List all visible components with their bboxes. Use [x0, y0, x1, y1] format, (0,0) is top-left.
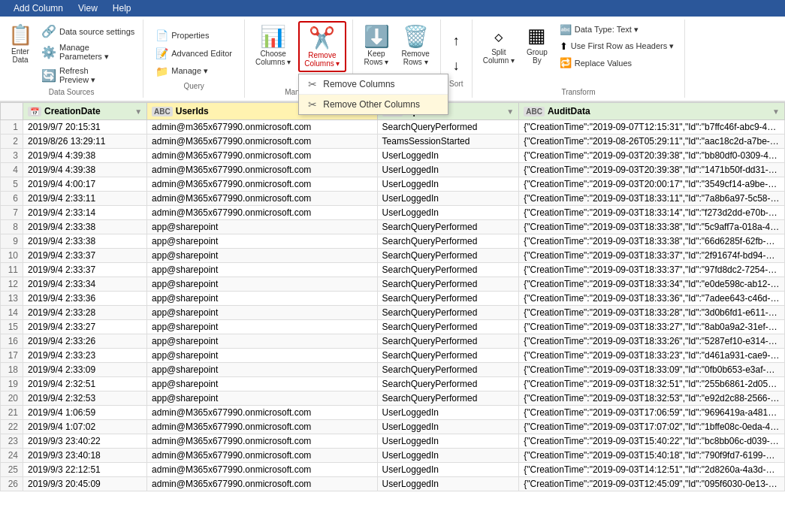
audit-cell: {"CreationTime":"2019-09-03T18:33:09","I… [519, 363, 785, 377]
date-cell: 2019/9/4 1:06:59 [23, 406, 147, 420]
row-num-cell: 7 [1, 206, 23, 220]
row-num-cell: 15 [1, 320, 23, 334]
op-cell: SearchQueryPerformed [377, 349, 519, 363]
date-cell: 2019/9/3 20:45:09 [23, 477, 147, 491]
audit-cell: {"CreationTime":"2019-09-03T18:33:38","I… [519, 234, 785, 249]
row-num-cell: 23 [1, 434, 23, 449]
remove-columns-item[interactable]: ✂ Remove Columns [299, 74, 448, 95]
user-cell: admin@M365x677990.onmicrosoft.com [147, 434, 378, 449]
col-header-creation-date[interactable]: 📅 CreationDate ▼ [23, 103, 147, 120]
table-row: 23 2019/9/3 23:40:22 admin@M365x677990.o… [1, 434, 785, 449]
replace-values-button[interactable]: 🔁 Replace Values [555, 56, 678, 70]
table-row: 15 2019/9/4 2:33:27 app@sharepoint Searc… [1, 320, 785, 334]
audit-cell: {"CreationTime":"2019-09-03T18:32:53","I… [519, 391, 785, 406]
date-cell: 2019/9/4 2:33:27 [23, 320, 147, 334]
remove-columns-dropdown: ✂ Remove Columns ✂ Remove Other Columns [298, 74, 448, 115]
op-cell: SearchQueryPerformed [377, 220, 519, 234]
row-num-cell: 19 [1, 377, 23, 391]
table-row: 13 2019/9/4 2:33:36 app@sharepoint Searc… [1, 292, 785, 306]
col-header-audit-data[interactable]: ABC AuditData ▼ [519, 103, 785, 120]
audit-cell: {"CreationTime":"2019-09-03T18:33:37","I… [519, 263, 785, 277]
group-by-button[interactable]: ▦ GroupBy [522, 21, 552, 68]
table-row: 8 2019/9/4 2:33:38 app@sharepoint Search… [1, 220, 785, 234]
op-cell: SearchQueryPerformed [377, 277, 519, 292]
sort-desc-button[interactable]: ↓ [447, 55, 466, 77]
date-cell: 2019/9/4 2:33:37 [23, 263, 147, 277]
split-column-button[interactable]: ⬦ SplitColumn ▾ [479, 21, 519, 68]
op-cell: SearchQueryPerformed [377, 391, 519, 406]
tab-view[interactable]: View [71, 2, 105, 15]
row-num-cell: 22 [1, 420, 23, 434]
user-cell: app@sharepoint [147, 263, 378, 277]
row-num-cell: 9 [1, 234, 23, 249]
row-num-cell: 16 [1, 334, 23, 349]
audit-cell: {"CreationTime":"2019-09-03T17:06:59","I… [519, 406, 785, 420]
tab-add-column[interactable]: Add Column [6, 2, 71, 15]
row-num-cell: 14 [1, 306, 23, 320]
table-row: 6 2019/9/4 2:33:11 admin@M365x677990.onm… [1, 192, 785, 206]
date-cell: 2019/9/3 23:40:18 [23, 449, 147, 463]
advanced-editor-button[interactable]: 📝 Advanced Editor [151, 46, 237, 61]
audit-cell: {"CreationTime":"2019-09-03T14:12:51","I… [519, 463, 785, 477]
table-row: 22 2019/9/4 1:07:02 admin@M365x677990.on… [1, 420, 785, 434]
audit-cell: {"CreationTime":"2019-09-03T18:33:38","I… [519, 220, 785, 234]
data-source-settings-button[interactable]: 🔗 Data source settings [38, 23, 138, 40]
table-row: 2 2019/8/26 13:29:11 admin@M365x677990.o… [1, 135, 785, 149]
audit-cell: {"CreationTime":"2019-09-03T18:33:14","I… [519, 206, 785, 220]
date-cell: 2019/9/4 2:33:38 [23, 234, 147, 249]
remove-other-columns-item[interactable]: ✂ Remove Other Columns [299, 95, 448, 114]
date-cell: 2019/9/3 22:12:51 [23, 463, 147, 477]
enter-data-button[interactable]: 📋 EnterData [5, 21, 36, 66]
date-cell: 2019/9/4 4:00:17 [23, 177, 147, 192]
table-row: 10 2019/9/4 2:33:37 app@sharepoint Searc… [1, 249, 785, 263]
date-cell: 2019/9/4 2:33:37 [23, 249, 147, 263]
row-num-cell: 6 [1, 192, 23, 206]
op-cell: SearchQueryPerformed [377, 320, 519, 334]
user-cell: admin@m365x677990.onmicrosoft.com [147, 120, 378, 135]
table-row: 16 2019/9/4 2:33:26 app@sharepoint Searc… [1, 334, 785, 349]
user-cell: admin@M365x677990.onmicrosoft.com [147, 406, 378, 420]
op-cell: SearchQueryPerformed [377, 234, 519, 249]
grid-container: 📅 CreationDate ▼ ABC UserIds ▼ ABC [0, 102, 785, 532]
table-row: 9 2019/9/4 2:33:38 app@sharepoint Search… [1, 234, 785, 249]
data-grid: 📅 CreationDate ▼ ABC UserIds ▼ ABC [0, 102, 785, 491]
refresh-preview-button[interactable]: 🔄 RefreshPreview ▾ [38, 65, 138, 86]
user-cell: admin@M365x677990.onmicrosoft.com [147, 163, 378, 177]
manage-parameters-button[interactable]: ⚙️ ManageParameters ▾ [38, 41, 138, 63]
op-cell: SearchQueryPerformed [377, 263, 519, 277]
choose-columns-button[interactable]: 📊 ChooseColumns ▾ [251, 21, 295, 69]
table-row: 21 2019/9/4 1:06:59 admin@M365x677990.on… [1, 406, 785, 420]
row-num-cell: 5 [1, 177, 23, 192]
col-header-rownum [1, 103, 23, 120]
date-cell: 2019/9/4 2:33:23 [23, 349, 147, 363]
date-cell: 2019/9/4 2:33:38 [23, 220, 147, 234]
row-num-cell: 11 [1, 263, 23, 277]
date-cell: 2019/9/4 2:33:09 [23, 363, 147, 377]
tab-help[interactable]: Help [105, 2, 139, 15]
data-type-button[interactable]: 🔤 Data Type: Text ▾ [555, 23, 678, 37]
audit-cell: {"CreationTime":"2019-09-03T18:33:34","I… [519, 277, 785, 292]
date-cell: 2019/9/4 4:39:38 [23, 149, 147, 163]
remove-columns-button[interactable]: ✂️ RemoveColumns ▾ [298, 21, 346, 72]
use-first-row-button[interactable]: ⬆ Use First Row as Headers ▾ [555, 39, 678, 53]
date-cell: 2019/8/26 13:29:11 [23, 135, 147, 149]
date-cell: 2019/9/4 1:07:02 [23, 420, 147, 434]
user-cell: app@sharepoint [147, 277, 378, 292]
row-num-cell: 3 [1, 149, 23, 163]
manage-button[interactable]: 📁 Manage ▾ [151, 64, 237, 79]
user-cell: app@sharepoint [147, 320, 378, 334]
keep-rows-button[interactable]: ⬇️ KeepRows ▾ [359, 21, 394, 69]
user-cell: admin@M365x677990.onmicrosoft.com [147, 463, 378, 477]
properties-button[interactable]: 📄 Properties [151, 28, 237, 43]
table-row: 20 2019/9/4 2:32:53 app@sharepoint Searc… [1, 391, 785, 406]
user-cell: admin@M365x677990.onmicrosoft.com [147, 149, 378, 163]
audit-cell: {"CreationTime":"2019-09-03T20:39:38","I… [519, 149, 785, 163]
user-cell: admin@M365x677990.onmicrosoft.com [147, 420, 378, 434]
sort-asc-button[interactable]: ↑ [447, 30, 466, 52]
date-cell: 2019/9/4 2:33:14 [23, 206, 147, 220]
op-cell: UserLoggedIn [377, 163, 519, 177]
op-cell: SearchQueryPerformed [377, 377, 519, 391]
user-cell: app@sharepoint [147, 363, 378, 377]
remove-rows-button[interactable]: 🗑️ RemoveRows ▾ [397, 21, 434, 69]
row-num-cell: 10 [1, 249, 23, 263]
